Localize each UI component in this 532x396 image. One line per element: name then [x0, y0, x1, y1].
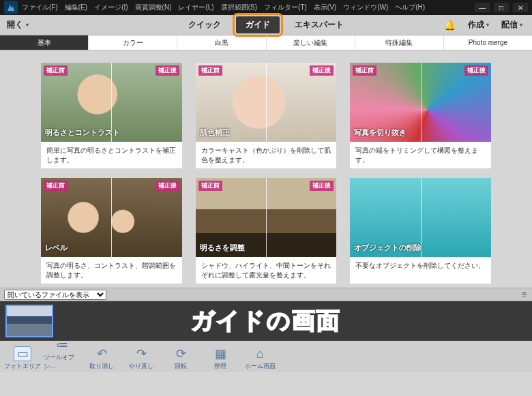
menu-layer[interactable]: レイヤー(L): [178, 3, 213, 12]
card-title: 明るさとコントラスト: [45, 127, 120, 138]
cat-bw[interactable]: 白黒: [177, 35, 266, 50]
split-line: [111, 178, 112, 257]
cat-photomerge[interactable]: Photo merge: [444, 35, 532, 50]
open-files-dropdown[interactable]: 開いているファイルを表示: [4, 290, 106, 300]
tool-options-button[interactable]: ≔ ツールオプシ…: [44, 338, 80, 371]
card-skin-tone[interactable]: 補正前 補正後 肌色補正 カラーキャスト（色かぶり）を削除して肌色を整えます。: [196, 63, 337, 168]
menu-window[interactable]: ウィンドウ(W): [343, 3, 388, 12]
undo-icon: ↶: [93, 347, 110, 361]
before-tag: 補正前: [44, 65, 68, 76]
minimize-button[interactable]: —: [475, 3, 490, 12]
photo-area-button[interactable]: ▭ フォトエリア: [4, 347, 41, 371]
menu-select[interactable]: 選択範囲(S): [221, 3, 257, 12]
rotate-button[interactable]: ⟳ 回転: [162, 347, 199, 371]
card-crop[interactable]: 補正前 補正後 写真を切り抜き 写真の端をトリミングして構図を整えます。: [350, 63, 491, 168]
menu-filter[interactable]: フィルター(T): [264, 3, 307, 12]
card-title: レベル: [45, 243, 68, 253]
card-desc: 不要なオブジェクトを削除してください。: [350, 257, 491, 281]
tab-guide[interactable]: ガイド: [236, 16, 280, 33]
menu-bar: ファイル(F) 編集(E) イメージ(I) 画質調整(N) レイヤー(L) 選択…: [22, 3, 425, 12]
redo-button[interactable]: ↷ やり直し: [123, 347, 160, 371]
redo-icon: ↷: [133, 347, 149, 361]
menu-help[interactable]: ヘルプ(H): [395, 3, 425, 12]
before-tag: 補正前: [198, 181, 222, 191]
after-tag: 補正後: [310, 181, 334, 191]
btn-label: 整理: [214, 362, 226, 371]
before-tag: 補正前: [353, 65, 376, 76]
btn-label: ツールオプシ…: [44, 353, 80, 371]
grid-icon: ▦: [212, 347, 228, 361]
home-icon: ⌂: [252, 347, 268, 361]
split-line: [266, 63, 267, 142]
bottom-toolbar: ▭ フォトエリア ≔ ツールオプシ… ↶ 取り消し ↷ やり直し ⟳ 回転 ▦ …: [0, 341, 532, 372]
card-title: 明るさを調整: [200, 243, 245, 253]
card-brightness-contrast[interactable]: 補正前 補正後 明るさとコントラスト 簡単に写真の明るさとコントラストを補正しま…: [41, 63, 182, 168]
card-remove-object[interactable]: オブジェクトの削除 不要なオブジェクトを削除してください。: [350, 178, 491, 284]
split-line: [266, 178, 267, 257]
cat-basic[interactable]: 基本: [0, 35, 89, 50]
card-thumb: 補正前 補正後 明るさを調整: [196, 178, 337, 257]
category-tabs: 基本 カラー 白黒 楽しい編集 特殊編集 Photo merge: [0, 35, 532, 50]
overlay-caption: ガイドの画面: [191, 305, 341, 337]
open-file-thumb[interactable]: [7, 306, 52, 336]
menu-view[interactable]: 表示(V): [314, 3, 336, 12]
undo-button[interactable]: ↶ 取り消し: [83, 347, 120, 371]
btn-label: やり直し: [129, 362, 153, 371]
card-title: 肌色補正: [200, 127, 230, 138]
open-button[interactable]: 開く ▾: [7, 19, 29, 31]
bell-icon[interactable]: 🔔: [444, 20, 456, 31]
btn-label: フォトエリア: [4, 362, 41, 371]
chevron-down-icon: ▾: [486, 22, 489, 28]
cat-fun[interactable]: 楽しい編集: [267, 35, 355, 50]
open-label: 開く: [7, 19, 23, 31]
tab-quick[interactable]: クイック: [188, 19, 221, 31]
home-button[interactable]: ⌂ ホーム画面: [241, 347, 278, 371]
tab-expert[interactable]: エキスパート: [295, 19, 344, 31]
menu-enhance[interactable]: 画質調整(N): [135, 3, 172, 12]
btn-label: ホーム画面: [245, 362, 276, 371]
create-button[interactable]: 作成▾: [468, 19, 489, 31]
close-button[interactable]: ✕: [513, 3, 528, 12]
maximize-button[interactable]: □: [494, 3, 509, 12]
photo-icon: ▭: [14, 347, 31, 361]
file-bar: 開いているファイルを表示 ≡: [0, 288, 532, 301]
window-controls: — □ ✕: [475, 3, 532, 12]
menu-edit[interactable]: 編集(E): [65, 3, 87, 12]
toolbar-right: 🔔 作成▾ 配信▾: [444, 19, 532, 31]
before-tag: 補正前: [44, 181, 68, 191]
chevron-down-icon: ▾: [26, 22, 29, 28]
card-title: オブジェクトの削除: [354, 243, 422, 253]
btn-label: 取り消し: [89, 362, 114, 371]
chevron-down-icon: ▾: [520, 22, 522, 28]
card-desc: シャドウ、ハイライト、中間トーンをそれぞれに調整して露光量を整えます。: [196, 257, 337, 284]
card-desc: 写真の端をトリミングして構図を整えます。: [350, 142, 491, 168]
after-tag: 補正後: [310, 65, 334, 76]
card-thumb: 補正前 補正後 明るさとコントラスト: [41, 63, 182, 142]
rotate-icon: ⟳: [173, 347, 189, 361]
share-button[interactable]: 配信▾: [501, 19, 522, 31]
card-levels[interactable]: 補正前 補正後 レベル 写真の明るさ、コントラスト、階調範囲を調整します。: [41, 178, 182, 284]
photo-bin: ガイドの画面: [0, 301, 532, 341]
card-thumb: 補正前 補正後 写真を切り抜き: [350, 63, 491, 142]
share-label: 配信: [501, 19, 518, 31]
mode-tabs: クイック ガイド エキスパート: [188, 16, 344, 33]
app-logo: [4, 1, 18, 14]
cat-color[interactable]: カラー: [89, 35, 177, 50]
cat-special[interactable]: 特殊編集: [355, 35, 444, 50]
organize-button[interactable]: ▦ 整理: [202, 347, 239, 371]
card-desc: カラーキャスト（色かぶり）を削除して肌色を整えます。: [196, 142, 337, 168]
btn-label: 回転: [175, 362, 187, 371]
card-title: 写真を切り抜き: [354, 127, 407, 138]
menu-file[interactable]: ファイル(F): [22, 3, 58, 12]
create-label: 作成: [468, 19, 484, 31]
card-thumb: オブジェクトの削除: [350, 178, 491, 257]
card-lighten[interactable]: 補正前 補正後 明るさを調整 シャドウ、ハイライト、中間トーンをそれぞれに調整し…: [196, 178, 337, 284]
card-thumb: 補正前 補正後 レベル: [41, 178, 182, 257]
before-tag: 補正前: [198, 65, 222, 76]
title-bar: ファイル(F) 編集(E) イメージ(I) 画質調整(N) レイヤー(L) 選択…: [0, 0, 532, 15]
split-line: [421, 63, 422, 142]
card-desc: 簡単に写真の明るさとコントラストを補正します。: [41, 142, 182, 168]
menu-image[interactable]: イメージ(I): [94, 3, 128, 12]
card-thumb: 補正前 補正後 肌色補正: [196, 63, 337, 142]
panel-menu-icon[interactable]: ≡: [522, 290, 527, 299]
